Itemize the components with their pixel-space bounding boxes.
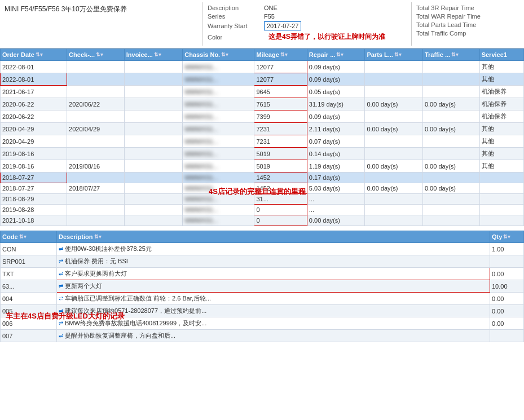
cell-code: 005: [1, 305, 57, 317]
list-item: 006⇌BMW终身免费事故救援电话4008129999，及时安...0.00: [1, 317, 524, 330]
filter-icon-traffic[interactable]: ⇅▾: [451, 52, 459, 58]
cell-check: [67, 194, 125, 205]
desc-arrow-icon: ⇌: [59, 295, 63, 302]
cell-chassis: WMWXS1...: [183, 98, 254, 110]
cell-check: [67, 148, 125, 160]
filter-icon-invoice[interactable]: ⇅▾: [154, 52, 161, 58]
traffic-comp: Total Traffic Comp: [416, 30, 519, 37]
cell-mileage: 1452: [254, 183, 307, 194]
cell-traffic: 0.00 day(s): [422, 183, 479, 194]
filter-icon-desc[interactable]: ⇅▾: [94, 234, 102, 240]
table-row: 2020-06-222020/06/22WMWXS1...761531.19 d…: [1, 98, 524, 110]
cell-chassis: WMWXS1...: [183, 205, 254, 215]
cell-chassis: WMWXS1...: [183, 173, 254, 183]
table-row: 2021-10-18WMWXS1...00.00 day(s): [1, 215, 524, 226]
cell-repair: ...: [307, 194, 365, 205]
cell-service: [479, 183, 523, 194]
th-service1[interactable]: Service1: [479, 49, 523, 61]
cell-service: 其他: [479, 61, 523, 73]
cell-check: 2018/07/27: [67, 183, 125, 194]
desc-arrow-icon: ⇌: [59, 271, 63, 277]
cell-invoice: [124, 215, 182, 226]
cell-desc: ⇌提醒并协助恢复调整座椅，方向盘和后...: [57, 330, 490, 342]
list-item: CON⇌使用0W-30机油补差价378.25元1.00: [1, 243, 524, 255]
cell-service: 机油保养: [479, 98, 523, 110]
list-item: 63...⇌更新两个大灯10.00: [1, 280, 524, 293]
cell-repair: 0.14 day(s): [307, 148, 365, 160]
filter-icon-check[interactable]: ⇅▾: [96, 52, 103, 58]
table-row: 2022-08-01WMWXS1...120770.09 day(s)其他: [1, 61, 524, 73]
filter-icon-code[interactable]: ⇅▾: [19, 234, 27, 240]
table-row: 2018-07-27WMWXS1...14520.17 day(s): [1, 173, 524, 183]
filter-icon-mileage[interactable]: ⇅▾: [280, 52, 288, 58]
filter-icon-repair[interactable]: ⇅▾: [336, 52, 344, 58]
table-row: 2019-08-28WMWXS1...0...: [1, 205, 524, 215]
service-header-row: Code ⇅▾ Description ⇅▾ Qty ⇅▾: [1, 231, 524, 243]
cell-check: [67, 73, 125, 86]
list-item: TXT⇌客户要求更换两前大灯0.00: [1, 268, 524, 280]
filter-icon-order[interactable]: ⇅▾: [36, 52, 43, 58]
th-parts[interactable]: Parts L... ⇅▾: [365, 49, 423, 61]
cell-check: 2020/06/22: [67, 98, 125, 110]
cell-parts: [365, 135, 423, 148]
service-table-section: Code ⇅▾ Description ⇅▾ Qty ⇅▾: [0, 231, 524, 342]
th-description[interactable]: Description ⇅▾: [57, 231, 490, 243]
cell-invoice: [124, 183, 182, 194]
cell-traffic: [422, 215, 479, 226]
warranty-value: 2017-07-27: [264, 21, 301, 30]
cell-chassis: WMWXS1...: [183, 160, 254, 173]
desc-value: ONE: [264, 5, 278, 11]
cell-order-date: 2020-06-22: [1, 98, 67, 110]
service-table: Code ⇅▾ Description ⇅▾ Qty ⇅▾: [0, 231, 524, 342]
th-qty[interactable]: Qty ⇅▾: [490, 231, 524, 243]
cell-invoice: [124, 148, 182, 160]
repair-war: Total WAR Repair Time: [416, 13, 519, 20]
cell-service: [479, 194, 523, 205]
table-row: 2018-08-29WMWXS1...31......: [1, 194, 524, 205]
th-order-date[interactable]: Order Date ⇅▾: [1, 49, 67, 61]
list-item: 007⇌提醒并协助恢复调整座椅，方向盘和后...: [1, 330, 524, 342]
th-traffic[interactable]: Traffic ... ⇅▾: [422, 49, 479, 61]
desc-arrow-icon: ⇌: [59, 320, 63, 326]
cell-service: 其他: [479, 123, 523, 135]
cell-mileage: 31...: [254, 194, 307, 205]
desc-arrow-icon: ⇌: [59, 258, 63, 264]
cell-chassis: WMWXS1...: [183, 110, 254, 123]
th-code[interactable]: Code ⇅▾: [1, 231, 57, 243]
cell-traffic: [422, 110, 479, 123]
cell-repair: 0.17 day(s): [307, 173, 365, 183]
cell-desc: ⇌BMW终身免费事故救援电话4008129999，及时安...: [57, 317, 490, 330]
cell-invoice: [124, 160, 182, 173]
cell-invoice: [124, 73, 182, 86]
cell-order-date: 2022-08-01: [1, 73, 67, 86]
th-invoice[interactable]: Invoice... ⇅▾: [124, 49, 182, 61]
th-chassis[interactable]: Chassis No. ⇅▾: [183, 49, 254, 61]
cell-repair: 2.11 day(s): [307, 123, 365, 135]
cell-code: CON: [1, 243, 57, 255]
cell-service: [479, 205, 523, 215]
cell-check: [67, 61, 125, 73]
series-label: Series: [208, 13, 264, 20]
filter-icon-chassis[interactable]: ⇅▾: [221, 52, 228, 58]
cell-mileage: 0: [254, 205, 307, 215]
cell-mileage: 7615: [254, 98, 307, 110]
desc-arrow-icon: ⇌: [59, 308, 63, 314]
th-check[interactable]: Check-... ⇅▾: [67, 49, 125, 61]
cell-code: TXT: [1, 268, 57, 280]
table-row: 2020-04-29WMWXS1...72310.07 day(s)其他: [1, 135, 524, 148]
cell-parts: 0.00 day(s): [365, 98, 423, 110]
th-repair[interactable]: Repair ... ⇅▾: [307, 49, 365, 61]
main-table-section: Order Date ⇅▾ Check-... ⇅▾ Invoice...: [0, 48, 524, 226]
filter-icon-qty[interactable]: ⇅▾: [503, 234, 510, 240]
cell-chassis: WMWXS1...: [183, 86, 254, 98]
filter-icon-parts[interactable]: ⇅▾: [394, 52, 402, 58]
cell-code: 007: [1, 330, 57, 342]
cell-qty: [490, 255, 524, 268]
cell-traffic: 0.00 day(s): [422, 160, 479, 173]
cell-desc: ⇌建议每次来店预约0571-28028077，通过预约提前...: [57, 305, 490, 317]
th-mileage[interactable]: Mileage ⇅▾: [254, 49, 307, 61]
cell-order-date: 2020-04-29: [1, 135, 67, 148]
cell-service: [479, 173, 523, 183]
cell-repair: 1.19 day(s): [307, 160, 365, 173]
cell-chassis: WMWXS1...: [183, 123, 254, 135]
